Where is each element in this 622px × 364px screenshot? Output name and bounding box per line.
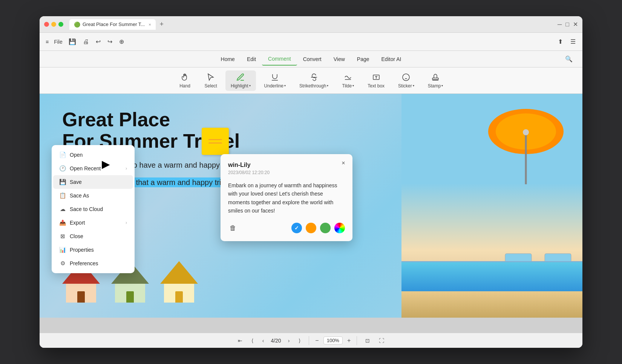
comment-popup: × win-Lily 2023/08/02 12:20:20 Embark on… <box>221 154 352 241</box>
menu-item-view[interactable]: View <box>328 53 351 65</box>
hamburger-btn[interactable]: ≡ <box>44 37 50 46</box>
undo-btn[interactable]: ↩ <box>93 37 103 47</box>
nav-last-btn[interactable]: ⟩ <box>296 336 303 345</box>
tab-area: 🟢 Great Place For Summer T... × + <box>69 19 555 30</box>
fullscreen-btn[interactable]: ⛶ <box>377 336 386 345</box>
window-close-icon[interactable]: ✕ <box>573 21 578 28</box>
share-btn[interactable]: ⊕ <box>117 37 126 47</box>
menu-bar-right: 🔍 <box>563 54 575 64</box>
file-menu-btn[interactable]: File <box>52 37 64 46</box>
anno-underline-btn[interactable]: Underline ▾ <box>259 70 291 91</box>
new-tab-btn[interactable]: + <box>157 20 166 29</box>
toolbar-left: ≡ File 💾 🖨 ↩ ↪ ⊕ <box>44 37 126 47</box>
file-save-cloud-btn[interactable]: ☁ Sace to Cloud <box>53 202 133 216</box>
file-open-recent-btn[interactable]: 🕐 Open Recent › <box>53 162 133 175</box>
beach-umbrella <box>488 101 564 186</box>
zoom-in-btn[interactable]: + <box>347 337 351 344</box>
sticky-note-lines <box>208 139 222 144</box>
anno-tilde-btn[interactable]: Tilde ▾ <box>337 70 359 91</box>
close-window-btn[interactable] <box>44 22 49 27</box>
window-minimize-icon[interactable]: ─ <box>558 21 562 28</box>
separator-1 <box>309 336 309 345</box>
menu-item-convert[interactable]: Convert <box>297 53 328 65</box>
menu-item-comment[interactable]: Comment <box>262 53 297 66</box>
beach-image <box>401 94 582 318</box>
file-export-btn[interactable]: 📤 Export › <box>53 216 133 229</box>
zoom-out-btn[interactable]: − <box>315 337 319 344</box>
app-toolbar: ≡ File 💾 🖨 ↩ ↪ ⊕ ⬆ ☰ <box>40 33 582 51</box>
maximize-window-btn[interactable] <box>58 22 63 27</box>
file-open-btn[interactable]: 📄 Open <box>53 148 133 162</box>
search-btn[interactable]: 🔍 <box>563 54 575 64</box>
file-save-btn[interactable]: 💾 Save <box>53 175 133 189</box>
file-save-as-label: Sace As <box>70 193 89 199</box>
file-save-as-btn[interactable]: 📋 Sace As <box>53 189 133 202</box>
active-tab[interactable]: 🟢 Great Place For Summer T... × <box>69 19 156 30</box>
anno-strikethrough-btn[interactable]: Strikethrough ▾ <box>294 70 334 91</box>
window-restore-icon[interactable]: □ <box>565 21 569 28</box>
save-btn[interactable]: 💾 <box>66 37 78 47</box>
color-rainbow-btn[interactable] <box>334 223 345 233</box>
svg-point-6 <box>523 129 529 135</box>
app-window: 🟢 Great Place For Summer T... × + ─ □ ✕ … <box>40 16 582 348</box>
anno-stamp-btn[interactable]: Stamp ▾ <box>423 70 449 91</box>
comment-delete-btn[interactable]: 🗑 <box>228 223 238 234</box>
close-icon: ⊠ <box>59 233 66 240</box>
anno-highlight-label: Highlight ▾ <box>231 83 251 89</box>
redo-btn[interactable]: ↪ <box>105 37 115 47</box>
file-close-btn[interactable]: ⊠ Close <box>53 229 133 243</box>
sticky-note[interactable] <box>202 128 229 155</box>
separator-2 <box>357 336 357 345</box>
fit-page-btn[interactable]: ⊡ <box>363 336 372 345</box>
zoom-level[interactable]: 100% <box>323 336 343 344</box>
settings-btn[interactable]: ☰ <box>568 37 578 47</box>
comment-footer: 🗑 <box>228 223 345 234</box>
menu-item-editor-ai[interactable]: Editor AI <box>375 53 408 65</box>
file-menu-label: File <box>54 39 63 45</box>
file-open-label: Open <box>70 152 83 158</box>
save-as-icon: 📋 <box>59 192 66 199</box>
svg-point-1 <box>403 74 409 81</box>
anno-stamp-label: Stamp ▾ <box>428 83 443 89</box>
anno-textbox-label: Text box <box>368 83 385 89</box>
nav-prev-btn[interactable]: ‹ <box>260 336 267 345</box>
open-recent-arrow: › <box>126 166 127 171</box>
anno-hand-label: Hand <box>179 83 190 89</box>
menu-item-page[interactable]: Page <box>351 53 375 65</box>
title-bar: 🟢 Great Place For Summer T... × + ─ □ ✕ <box>40 16 582 33</box>
tab-label: Great Place For Summer T... <box>83 21 145 27</box>
file-close-label: Close <box>70 233 83 239</box>
menu-bar: Home Edit Comment Convert View Page Edit… <box>40 51 582 67</box>
open-recent-icon: 🕐 <box>59 165 66 172</box>
file-preferences-btn[interactable]: ⚙ Preferences <box>53 257 133 270</box>
file-properties-btn[interactable]: 📊 Properties <box>53 243 133 257</box>
anno-sticker-btn[interactable]: Sticker ▾ <box>393 70 420 91</box>
color-blue-btn[interactable] <box>291 223 302 233</box>
anno-highlight-btn[interactable]: Highlight ▾ <box>225 70 256 91</box>
hamburger-icon: ≡ <box>46 39 49 45</box>
open-icon: 📄 <box>59 151 66 158</box>
menu-item-edit[interactable]: Edit <box>241 53 262 65</box>
nav-next-btn[interactable]: › <box>286 336 292 345</box>
upload-btn[interactable]: ⬆ <box>556 37 565 47</box>
print-btn[interactable]: 🖨 <box>81 37 91 47</box>
color-green-btn[interactable] <box>320 223 331 233</box>
tab-app-icon: 🟢 <box>74 21 80 28</box>
color-orange-btn[interactable] <box>306 223 316 233</box>
anno-textbox-btn[interactable]: Text box <box>362 70 390 91</box>
comment-close-btn[interactable]: × <box>339 159 348 168</box>
sand <box>401 291 582 318</box>
nav-prev-skip-btn[interactable]: ⟨ <box>249 336 256 345</box>
file-preferences-label: Preferences <box>70 260 98 266</box>
tab-close-btn[interactable]: × <box>149 22 151 27</box>
menu-item-home[interactable]: Home <box>215 53 241 65</box>
anno-hand-btn[interactable]: Hand <box>174 70 196 91</box>
save-icon: 💾 <box>59 179 66 185</box>
nav-first-btn[interactable]: ⇤ <box>236 336 245 345</box>
save-cloud-icon: ☁ <box>59 206 66 213</box>
window-controls <box>44 22 63 27</box>
comment-date: 2023/08/02 12:20:20 <box>228 170 345 175</box>
anno-select-btn[interactable]: Select <box>199 70 222 91</box>
file-export-label: Export <box>70 220 85 226</box>
minimize-window-btn[interactable] <box>51 22 56 27</box>
